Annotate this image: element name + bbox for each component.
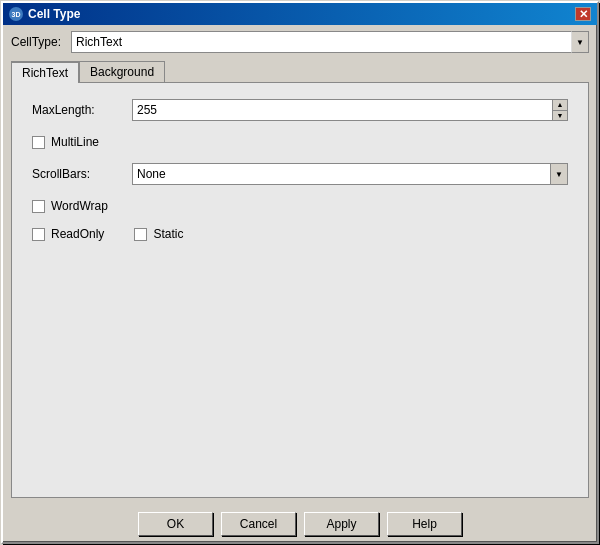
cell-type-dropdown-btn[interactable]: ▼ bbox=[571, 31, 589, 53]
readonly-label: ReadOnly bbox=[51, 227, 104, 241]
cell-type-row: CellType: ▼ bbox=[11, 31, 589, 53]
multiline-row: MultiLine bbox=[32, 135, 568, 149]
tab-richtext[interactable]: RichText bbox=[11, 61, 79, 83]
static-checkbox[interactable] bbox=[134, 228, 147, 241]
spin-down-button[interactable]: ▼ bbox=[553, 111, 567, 121]
readonly-checkbox[interactable] bbox=[32, 228, 45, 241]
tab-content-area: MaxLength: ▲ ▼ MultiLine bbox=[11, 82, 589, 498]
tab-background[interactable]: Background bbox=[79, 61, 165, 82]
multiline-label: MultiLine bbox=[51, 135, 99, 149]
max-length-input-wrapper: ▲ ▼ bbox=[132, 99, 568, 121]
titlebar: 3D Cell Type ✕ bbox=[3, 3, 597, 25]
static-label: Static bbox=[153, 227, 183, 241]
spin-up-icon: ▲ bbox=[557, 101, 564, 108]
max-length-spin: ▲ ▼ bbox=[552, 99, 568, 121]
dialog-icon: 3D bbox=[9, 7, 23, 21]
spin-up-button[interactable]: ▲ bbox=[553, 100, 567, 111]
ok-button[interactable]: OK bbox=[138, 512, 213, 536]
wordwrap-checkbox[interactable] bbox=[32, 200, 45, 213]
scrollbars-dropdown-wrapper: ▼ bbox=[132, 163, 568, 185]
spin-down-icon: ▼ bbox=[557, 112, 564, 119]
cancel-button[interactable]: Cancel bbox=[221, 512, 296, 536]
tabs-row: RichText Background bbox=[11, 61, 589, 82]
scrollbars-input[interactable] bbox=[132, 163, 550, 185]
scrollbars-arrow-icon: ▼ bbox=[555, 170, 563, 179]
multiline-checkbox[interactable] bbox=[32, 136, 45, 149]
titlebar-left: 3D Cell Type bbox=[9, 7, 80, 21]
max-length-label: MaxLength: bbox=[32, 103, 122, 117]
dialog-body: CellType: ▼ RichText Background MaxLengt… bbox=[3, 25, 597, 504]
cell-type-dialog: 3D Cell Type ✕ CellType: ▼ RichText Back… bbox=[1, 1, 599, 544]
readonly-static-row: ReadOnly Static bbox=[32, 227, 568, 241]
close-button[interactable]: ✕ bbox=[575, 7, 591, 21]
dialog-title: Cell Type bbox=[28, 7, 80, 21]
cell-type-select-wrapper: ▼ bbox=[71, 31, 589, 53]
static-group: Static bbox=[134, 227, 183, 241]
bottom-bar: OK Cancel Apply Help bbox=[3, 504, 597, 542]
scrollbars-row: ScrollBars: ▼ bbox=[32, 163, 568, 185]
cell-type-label: CellType: bbox=[11, 35, 61, 49]
readonly-group: ReadOnly bbox=[32, 227, 104, 241]
dropdown-arrow-icon: ▼ bbox=[576, 38, 584, 47]
max-length-row: MaxLength: ▲ ▼ bbox=[32, 99, 568, 121]
scrollbars-label: ScrollBars: bbox=[32, 167, 122, 181]
wordwrap-label: WordWrap bbox=[51, 199, 108, 213]
cell-type-input[interactable] bbox=[71, 31, 571, 53]
max-length-input[interactable] bbox=[132, 99, 552, 121]
help-button[interactable]: Help bbox=[387, 512, 462, 536]
apply-button[interactable]: Apply bbox=[304, 512, 379, 536]
wordwrap-row: WordWrap bbox=[32, 199, 568, 213]
scrollbars-dropdown-btn[interactable]: ▼ bbox=[550, 163, 568, 185]
